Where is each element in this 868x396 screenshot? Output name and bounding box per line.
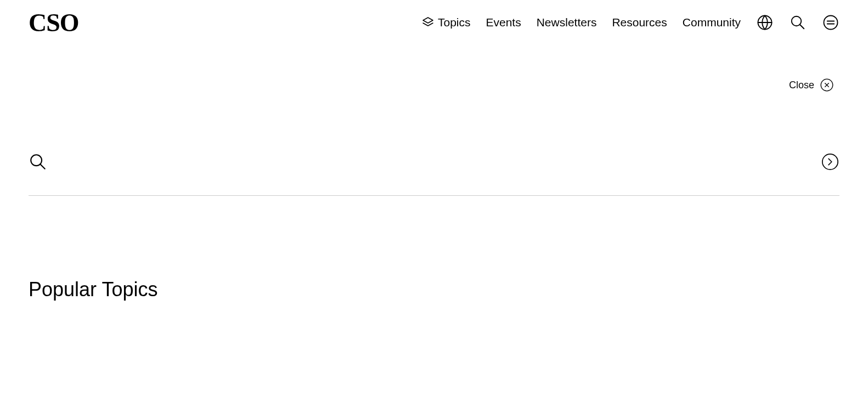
search-section	[0, 152, 868, 196]
layers-icon	[421, 16, 435, 29]
svg-line-4	[800, 25, 804, 29]
nav-resources[interactable]: Resources	[612, 16, 667, 29]
search-row	[29, 152, 839, 196]
svg-point-13	[822, 154, 838, 169]
menu-button[interactable]	[822, 14, 839, 31]
header-search-button[interactable]	[789, 14, 807, 31]
globe-icon	[757, 14, 773, 31]
globe-button[interactable]	[756, 14, 774, 31]
popular-topics-heading: Popular Topics	[0, 278, 868, 301]
svg-point-5	[824, 16, 838, 30]
search-input[interactable]	[57, 153, 811, 171]
search-submit-button[interactable]	[821, 152, 839, 171]
search-input-icon	[29, 152, 47, 171]
close-icon	[820, 78, 834, 92]
close-label: Close	[789, 80, 814, 91]
search-icon	[790, 14, 806, 31]
site-logo[interactable]: CSO	[29, 8, 79, 37]
nav-newsletters-label: Newsletters	[537, 16, 597, 29]
close-button[interactable]	[820, 78, 834, 92]
svg-marker-0	[423, 18, 433, 23]
site-header: CSO Topics Events Newsletters Resources …	[0, 0, 868, 45]
nav-community-label: Community	[683, 16, 741, 29]
svg-line-12	[40, 164, 45, 169]
main-nav: Topics Events Newsletters Resources Comm…	[421, 14, 839, 31]
chevron-right-circle-icon	[821, 152, 839, 171]
nav-events-label: Events	[486, 16, 521, 29]
nav-newsletters[interactable]: Newsletters	[537, 16, 597, 29]
nav-topics[interactable]: Topics	[421, 16, 471, 29]
close-row: Close	[0, 78, 868, 92]
nav-community[interactable]: Community	[683, 16, 741, 29]
nav-topics-label: Topics	[438, 16, 471, 29]
menu-icon	[822, 14, 839, 31]
nav-events[interactable]: Events	[486, 16, 521, 29]
nav-resources-label: Resources	[612, 16, 667, 29]
